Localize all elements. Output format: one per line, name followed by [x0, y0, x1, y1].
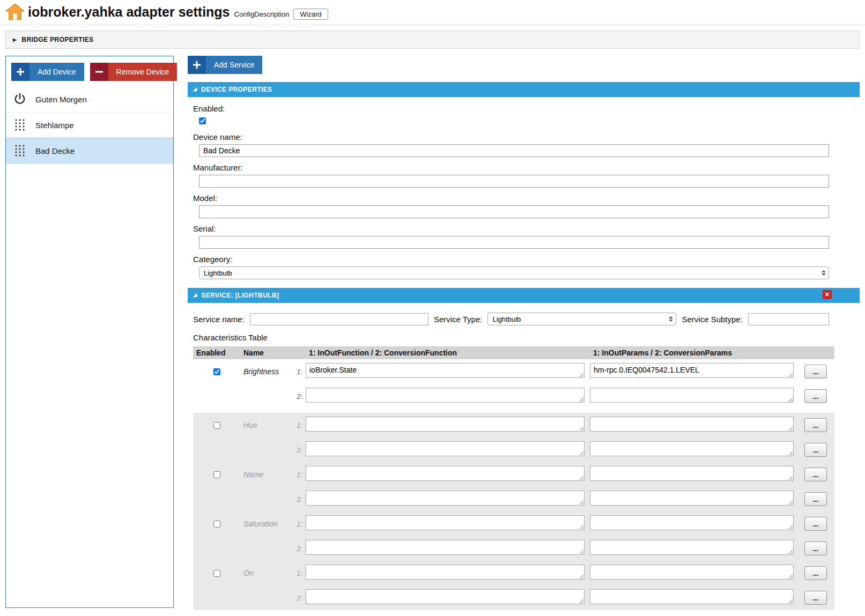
conversion-function-input[interactable]	[306, 491, 585, 506]
characteristic-enabled-checkbox[interactable]	[213, 471, 220, 478]
inout-function-input[interactable]: ioBroker.State	[306, 363, 585, 378]
inout-params-input[interactable]	[590, 417, 794, 432]
more-button[interactable]: ...	[804, 517, 827, 531]
device-properties-body: Enabled: Device name: Manufacturer: Mode…	[188, 97, 860, 288]
characteristic-group-saturation: Saturation 1: ... 2: ...	[193, 511, 834, 561]
inout-params-input[interactable]	[590, 466, 794, 481]
characteristic-row: Brightness 1: ioBroker.State hm-rpc.0.IE…	[193, 359, 834, 384]
add-device-button[interactable]: Add Device	[11, 63, 84, 81]
more-button[interactable]: ...	[804, 566, 827, 580]
characteristic-group-brightness: Brightness 1: ioBroker.State hm-rpc.0.IE…	[193, 359, 834, 409]
more-button[interactable]: ...	[804, 389, 827, 403]
device-item-stehlampe[interactable]: Stehlampe	[6, 113, 173, 138]
model-label: Model:	[193, 194, 860, 203]
conversion-params-input[interactable]	[590, 540, 794, 555]
line2-label: 2:	[292, 446, 306, 454]
characteristic-name: Hue	[240, 421, 292, 429]
chevron-right-icon: ▶	[13, 37, 17, 42]
device-name-label: Device name:	[193, 132, 860, 142]
inout-params-input[interactable]	[590, 515, 794, 530]
line1-label: 1:	[292, 520, 306, 528]
more-button[interactable]: ...	[804, 467, 827, 481]
characteristic-name: Saturation	[240, 519, 292, 528]
line2-label: 2:	[292, 594, 306, 602]
home-icon	[5, 3, 25, 21]
characteristic-row: 2: ...	[193, 536, 834, 561]
grid-icon	[12, 144, 27, 157]
add-service-button[interactable]: Add Service	[188, 56, 262, 74]
wizard-button[interactable]: Wizard	[293, 9, 328, 20]
device-name-input[interactable]	[199, 144, 829, 157]
characteristic-enabled-checkbox[interactable]	[213, 368, 220, 375]
device-enabled-checkbox[interactable]	[199, 117, 206, 124]
inout-params-input[interactable]: hm-rpc.0.IEQ0047542.1.LEVEL	[590, 363, 794, 378]
inout-function-input[interactable]	[306, 466, 585, 481]
characteristic-enabled-checkbox[interactable]	[213, 422, 220, 429]
inout-function-input[interactable]	[306, 515, 585, 530]
conversion-function-input[interactable]	[306, 540, 585, 555]
characteristics-table-header: Enabled Name 1: InOutFunction / 2: Conve…	[193, 346, 834, 359]
conversion-function-input[interactable]	[306, 589, 585, 604]
inout-params-input[interactable]	[590, 565, 794, 580]
conversion-params-input[interactable]	[590, 589, 794, 604]
disabled-characteristics-block: Hue 1: ... 2: ...	[193, 413, 834, 610]
device-item-guten-morgen[interactable]: Guten Morgen	[6, 86, 173, 113]
delete-service-icon[interactable]: ✕	[823, 290, 832, 299]
more-button[interactable]: ...	[804, 591, 827, 605]
conversion-params-input[interactable]	[590, 388, 794, 403]
characteristic-enabled-checkbox[interactable]	[213, 570, 220, 577]
service-name-input[interactable]	[250, 313, 428, 325]
characteristic-row: Hue 1: ...	[193, 413, 834, 437]
more-button[interactable]: ...	[804, 492, 827, 506]
line2-label: 2:	[292, 495, 306, 503]
conversion-function-input[interactable]	[306, 441, 585, 456]
conversion-params-input[interactable]	[590, 441, 794, 456]
model-input[interactable]	[199, 205, 829, 218]
collapse-icon: ◢	[193, 292, 197, 298]
bridge-properties-header[interactable]: ▶ BRIDGE PROPERTIES	[5, 31, 860, 49]
inout-function-input[interactable]	[306, 565, 585, 580]
characteristic-enabled-checkbox[interactable]	[213, 521, 220, 528]
line1-label: 1:	[292, 471, 306, 479]
power-icon	[12, 92, 27, 106]
inout-function-input[interactable]	[306, 417, 585, 432]
more-button[interactable]: ...	[804, 541, 827, 555]
header-name: Name	[240, 346, 306, 359]
category-label: Categeory:	[193, 255, 860, 264]
characteristic-group-on: On 1: ... 2: ...	[193, 561, 834, 610]
bridge-properties-label: BRIDGE PROPERTIES	[21, 36, 93, 43]
serial-input[interactable]	[199, 236, 829, 249]
conversion-params-input[interactable]	[590, 491, 794, 506]
line1-label: 1:	[292, 569, 306, 577]
add-device-label: Add Device	[29, 63, 84, 81]
service-type-label: Service Type:	[434, 315, 483, 324]
more-button[interactable]: ...	[804, 365, 827, 378]
serial-label: Serial:	[193, 224, 860, 233]
category-select-wrap: Lightbulb	[199, 266, 829, 279]
characteristic-row: 2: ...	[193, 437, 834, 462]
line1-label: 1:	[292, 421, 306, 429]
device-list-toolbar: Add Device Remove Device	[6, 56, 173, 86]
device-settings-panel: Add Service ◢ DEVICE PROPERTIES Enabled:…	[188, 56, 860, 610]
characteristics-table-title: Characteristics Table	[193, 333, 860, 342]
characteristic-row: On 1: ...	[193, 561, 834, 585]
service-subtype-input[interactable]	[748, 313, 829, 325]
service-type-select[interactable]: Lightbulb	[487, 313, 676, 325]
characteristic-group-name: Name 1: ... 2: ...	[193, 462, 834, 511]
service-lightbulb-header[interactable]: ◢ SERVICE: [LIGHTBULB] ✕	[188, 288, 860, 303]
conversion-function-input[interactable]	[306, 388, 585, 403]
title-group: iobroker.yahka adapter settings ConfigDe…	[28, 4, 328, 20]
header-params: 1: InOutParams / 2: ConversionParams	[590, 346, 834, 359]
service-name-label: Service name:	[193, 315, 245, 324]
more-button[interactable]: ...	[804, 443, 827, 457]
more-button[interactable]: ...	[804, 418, 827, 432]
device-properties-header[interactable]: ◢ DEVICE PROPERTIES	[188, 82, 860, 97]
remove-device-label: Remove Device	[108, 63, 178, 81]
characteristics-table: Enabled Name 1: InOutFunction / 2: Conve…	[193, 346, 834, 610]
device-item-bad-decke[interactable]: Bad Decke	[6, 138, 173, 164]
manufacturer-input[interactable]	[199, 175, 829, 188]
enabled-label: Enabled:	[193, 104, 860, 113]
remove-device-button[interactable]: Remove Device	[90, 63, 178, 81]
line2-label: 2:	[292, 545, 306, 553]
category-select[interactable]: Lightbulb	[199, 266, 829, 279]
